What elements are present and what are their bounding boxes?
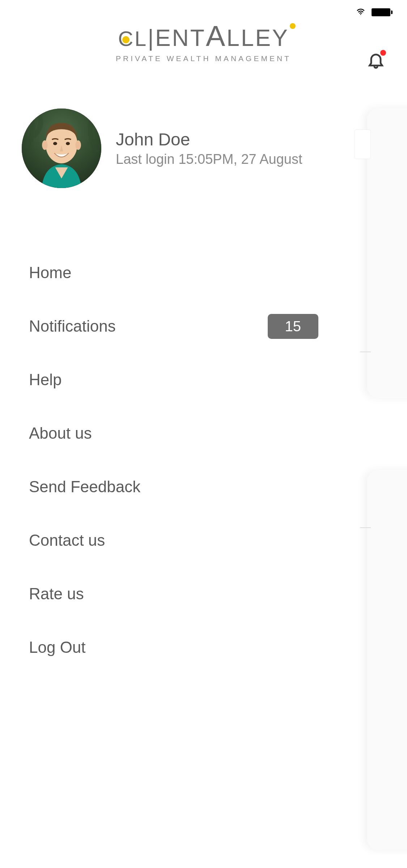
background-divider [360,527,371,528]
side-drawer: John Doe Last login 15:05PM, 27 August H… [0,87,347,868]
background-card-peek [354,129,371,159]
menu-item-label: Send Feedback [29,478,140,496]
background-card-peek [367,470,407,850]
svg-point-5 [66,142,70,145]
menu-item-label: Notifications [29,317,116,335]
svg-point-4 [53,142,57,145]
menu-item-label: About us [29,424,92,442]
background-divider [360,352,371,352]
menu-item-home[interactable]: Home [0,246,347,299]
avatar [22,109,101,188]
app-header: CL|ENTALLEY PRIVATE WEALTH MANAGEMENT [0,22,407,63]
menu-item-label: Contact us [29,531,105,549]
notification-count-badge: 15 [268,314,319,339]
profile-last-login: Last login 15:05PM, 27 August [116,152,302,167]
menu-item-rate-us[interactable]: Rate us [0,567,347,621]
menu-item-label: Home [29,264,71,282]
svg-point-3 [76,140,81,150]
wifi-icon [356,7,365,17]
menu-item-contact-us[interactable]: Contact us [0,514,347,567]
menu-item-log-out[interactable]: Log Out [0,621,347,674]
profile-name: John Doe [116,129,302,149]
menu-item-label: Help [29,371,62,389]
menu-item-send-feedback[interactable]: Send Feedback [0,460,347,514]
notification-bell-button[interactable] [366,51,385,71]
brand-tagline: PRIVATE WEALTH MANAGEMENT [116,54,291,63]
menu-item-help[interactable]: Help [0,353,347,407]
battery-icon [372,8,393,16]
profile-text: John Doe Last login 15:05PM, 27 August [116,129,302,167]
menu-item-label: Rate us [29,585,84,603]
menu-item-about-us[interactable]: About us [0,407,347,460]
drawer-menu: Home Notifications 15 Help About us Send… [0,246,347,674]
menu-item-notifications[interactable]: Notifications 15 [0,299,347,353]
svg-point-2 [42,140,47,150]
status-bar [356,7,393,17]
profile-section[interactable]: John Doe Last login 15:05PM, 27 August [0,87,347,188]
menu-item-label: Log Out [29,638,86,656]
notification-unread-dot-icon [380,50,386,56]
background-card-peek [367,109,407,398]
brand-logo: CL|ENTALLEY PRIVATE WEALTH MANAGEMENT [116,22,291,63]
